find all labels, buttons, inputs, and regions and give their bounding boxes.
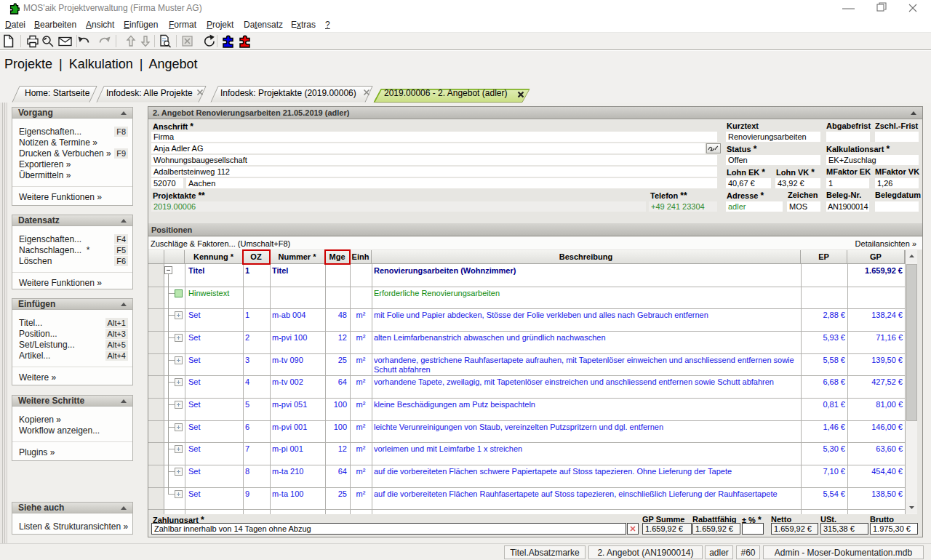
svg-text:2019.00006 - 2. Angebot (adler: 2019.00006 - 2. Angebot (adler) bbox=[384, 88, 507, 98]
svg-text:Infodesk: Alle Projekte: Infodesk: Alle Projekte bbox=[106, 88, 193, 98]
svg-text:Home: Startseite: Home: Startseite bbox=[25, 88, 90, 98]
svg-text:Infodesk: Projektakte (2019.00: Infodesk: Projektakte (2019.00006) bbox=[220, 88, 356, 98]
